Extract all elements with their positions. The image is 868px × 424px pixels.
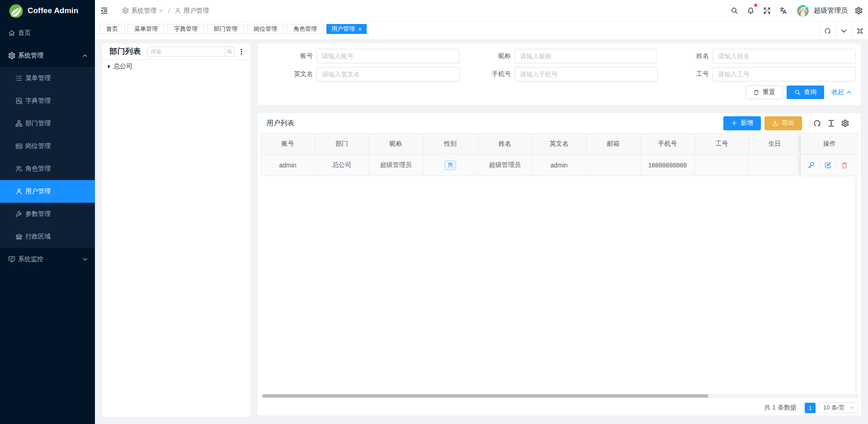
nickname-input[interactable]: [514, 49, 658, 63]
form-field-name: 姓名: [658, 49, 856, 63]
cell-birthday: [749, 155, 801, 176]
sidebar-item-home[interactable]: 首页: [0, 22, 95, 44]
col-header-job-no[interactable]: 工号: [695, 133, 749, 154]
tab-dict-mgmt[interactable]: 字典管理: [167, 24, 204, 34]
table-refresh-button[interactable]: [810, 116, 824, 130]
job-no-input[interactable]: [712, 67, 856, 81]
tree-node-company[interactable]: 总公司: [105, 61, 248, 72]
export-button[interactable]: 导出: [764, 116, 802, 130]
col-header-operation[interactable]: 操作: [801, 133, 859, 154]
sidebar-item-system[interactable]: 系统管理: [0, 44, 95, 67]
account-input[interactable]: [316, 49, 460, 63]
col-header-en-name[interactable]: 英文名: [532, 133, 586, 154]
spring-leaf-logo-icon: [9, 4, 23, 18]
maximize-icon: [857, 28, 863, 34]
tabs-menu-button[interactable]: [835, 22, 852, 40]
phone-input[interactable]: [514, 67, 658, 81]
department-more-button[interactable]: [238, 47, 245, 57]
sidebar-collapse-button[interactable]: [100, 5, 108, 17]
sidebar-item-param-mgmt[interactable]: 参数管理: [0, 203, 95, 225]
tab-post-mgmt[interactable]: 岗位管理: [247, 24, 284, 34]
tabs-refresh-button[interactable]: [819, 22, 835, 40]
close-icon[interactable]: [359, 28, 362, 31]
edit-button[interactable]: [824, 162, 831, 169]
vertical-scrollbar-gutter: [854, 176, 858, 394]
page-size-select[interactable]: 10 条/页: [818, 402, 858, 413]
app-root: Coffee Admin 首页 系统管理 菜单管理 字典管理: [0, 0, 868, 424]
view-detail-button[interactable]: [807, 162, 815, 169]
department-search-button[interactable]: [225, 47, 235, 57]
fullscreen-button[interactable]: [759, 0, 775, 22]
name-input[interactable]: [712, 49, 856, 63]
table-row[interactable]: admin 总公司 超级管理员 男 超级管理员 admin 1888888888…: [261, 154, 859, 176]
sidebar-item-dept-mgmt[interactable]: 部门管理: [0, 112, 95, 135]
key-icon: [807, 162, 815, 169]
search-icon: [794, 89, 801, 95]
tabs-maximize-button[interactable]: [852, 22, 868, 40]
sidebar-item-menu-mgmt[interactable]: 菜单管理: [0, 67, 95, 90]
sidebar-item-monitor[interactable]: 系统监控: [0, 248, 95, 271]
sidebar-item-role-mgmt[interactable]: 角色管理: [0, 157, 95, 180]
cell-en-name: admin: [532, 155, 586, 176]
chevron-down-icon: [159, 8, 164, 13]
user-menu[interactable]: 超级管理员: [797, 5, 848, 17]
col-header-nickname[interactable]: 昵称: [369, 133, 423, 154]
user-table: 账号 部门 昵称 性别 姓名 英文名 邮箱 手机号 工号 生日 ad: [261, 133, 859, 176]
col-header-account[interactable]: 账号: [261, 133, 315, 154]
col-header-birthday[interactable]: 生日: [749, 133, 801, 154]
sidebar-item-user-mgmt[interactable]: 用户管理: [0, 180, 95, 203]
breadcrumb: 系统管理 / 用户管理: [122, 7, 209, 15]
tab-user-mgmt[interactable]: 用户管理: [326, 24, 367, 34]
org-chart-icon: [15, 120, 23, 127]
col-header-name[interactable]: 姓名: [478, 133, 532, 154]
settings-button[interactable]: [850, 0, 867, 22]
add-button[interactable]: 新增: [723, 116, 761, 130]
more-vertical-icon: [238, 48, 245, 55]
tab-home[interactable]: 首页: [99, 24, 125, 34]
sidebar-item-region[interactable]: 行政区域: [0, 225, 95, 248]
search-icon: [731, 7, 738, 14]
sidebar-item-post-mgmt[interactable]: 岗位管理: [0, 135, 95, 157]
operation-divider: [819, 162, 820, 168]
department-search-input[interactable]: [147, 47, 225, 57]
breadcrumb-item-system[interactable]: 系统管理: [131, 7, 156, 15]
table-density-button[interactable]: [824, 116, 838, 130]
app-title: Coffee Admin: [28, 6, 78, 15]
notification-button[interactable]: [742, 0, 759, 22]
main-area: 系统管理 / 用户管理: [95, 0, 868, 424]
chevron-up-icon: [82, 53, 88, 58]
pagination-page-1[interactable]: 1: [805, 403, 816, 413]
col-header-dept[interactable]: 部门: [315, 133, 369, 154]
breadcrumb-item-user[interactable]: 用户管理: [184, 7, 209, 15]
col-header-gender[interactable]: 性别: [423, 133, 478, 154]
monitor-icon: [8, 256, 15, 263]
cell-gender: 男: [423, 155, 478, 176]
col-header-email[interactable]: 邮箱: [586, 133, 641, 154]
sidebar-item-dict-mgmt[interactable]: 字典管理: [0, 90, 95, 112]
cell-email: [586, 155, 641, 176]
logo[interactable]: Coffee Admin: [0, 0, 95, 22]
en-name-input[interactable]: [316, 67, 460, 81]
delete-button[interactable]: [841, 162, 848, 169]
language-button[interactable]: [775, 0, 791, 22]
collapse-form-link[interactable]: 收起: [831, 88, 852, 96]
cell-dept: 总公司: [315, 155, 369, 176]
fullscreen-icon: [763, 7, 771, 14]
username-label: 超级管理员: [814, 6, 848, 15]
chevron-up-icon: [846, 90, 852, 95]
menu-fold-icon: [100, 7, 108, 14]
global-search-button[interactable]: [726, 0, 742, 22]
horizontal-scrollbar-thumb[interactable]: [262, 394, 708, 398]
tab-role-mgmt[interactable]: 角色管理: [287, 24, 324, 34]
avatar: [797, 5, 809, 17]
tab-dept-mgmt[interactable]: 部门管理: [207, 24, 244, 34]
table-settings-button[interactable]: [838, 116, 852, 130]
department-panel-title: 部门列表: [109, 46, 141, 57]
reset-button[interactable]: 重置: [745, 86, 783, 99]
bank-icon: [15, 233, 23, 240]
col-header-phone[interactable]: 手机号: [641, 133, 695, 154]
horizontal-scrollbar[interactable]: [261, 394, 859, 398]
tab-menu-mgmt[interactable]: 菜单管理: [127, 24, 165, 34]
query-button[interactable]: 查询: [787, 86, 824, 99]
form-field-job-no: 工号: [658, 67, 856, 81]
